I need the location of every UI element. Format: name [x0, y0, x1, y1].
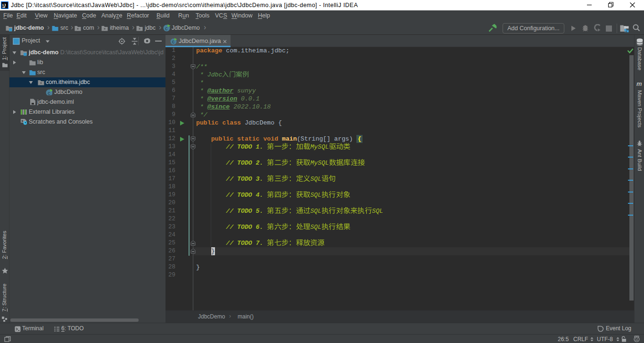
svg-text:c: c — [165, 25, 167, 31]
svg-text:IJ: IJ — [2, 3, 6, 8]
svg-text:c: c — [48, 90, 50, 96]
svg-text:c: c — [172, 39, 174, 44]
